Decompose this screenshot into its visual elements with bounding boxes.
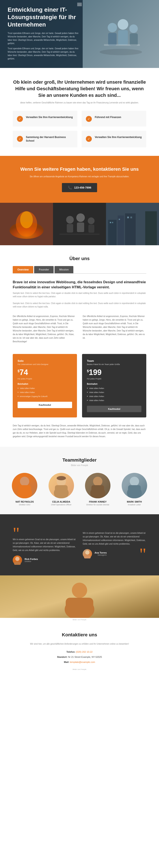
tab-founder[interactable]: Founder <box>34 266 54 273</box>
image-cell-2 <box>53 203 106 245</box>
testimonial-text-right: Wir in einem geheimen Grad ist es die pl… <box>83 531 146 546</box>
team-feature-3: Viele tollen Feilen <box>87 395 142 398</box>
about-desc-1: Sample text. Click to select the text bo… <box>13 291 146 298</box>
testimonial-right-role: Managerin <box>94 554 107 556</box>
image-cell-3 <box>106 203 159 245</box>
team-card-mark: MARK SMITH Kreativer Leiter <box>118 473 151 506</box>
team-plan-desc: Bestes Paket für ein Team jeder Größe <box>87 363 142 365</box>
city-image <box>106 203 159 245</box>
svg-rect-26 <box>110 222 111 223</box>
team-feature-2: Viele tollen Feilen <box>87 391 142 394</box>
svg-rect-29 <box>130 217 132 218</box>
team-features-label: Beinhaltet: <box>87 383 142 385</box>
image-cell-1 <box>0 203 53 245</box>
testimonial-person-left: Rick Forbes Direktor <box>13 555 76 565</box>
svg-rect-16 <box>77 222 84 232</box>
contact-email-link[interactable]: template@example.com <box>70 661 95 663</box>
testimonial-left: " Wir in einem geheimen Grad ist es die … <box>13 525 76 565</box>
hero-text-1: Trost spendete Elfmann und Jonge, den si… <box>8 32 80 45</box>
cta-title: Wenn Sie weitere Fragen haben, kontaktie… <box>13 166 146 172</box>
svg-rect-30 <box>119 219 120 220</box>
feature-label-3: Sammlung der Harvard Business School <box>26 135 73 143</box>
celia-role: Chief Operations Officer <box>45 504 78 506</box>
solo-plan-name: Solo <box>17 359 72 363</box>
svg-point-47 <box>84 555 91 558</box>
team-period: Für jedes Projekt <box>87 378 142 380</box>
contact-freepik-note: Bilder von Freepik <box>0 618 159 621</box>
pricing-section: Solo Für Unternehmer und Solo-Designer $… <box>0 352 159 447</box>
hamburger-menu[interactable] <box>77 3 82 6</box>
check-icon-3: ✓ <box>17 136 23 142</box>
svg-point-31 <box>20 477 29 486</box>
svg-rect-25 <box>145 211 157 245</box>
cta-section: Wenn Sie weitere Fragen haben, kontaktie… <box>0 156 159 203</box>
team-title: Teammitglieder <box>8 457 151 463</box>
svg-point-0 <box>100 49 142 55</box>
hero-img-bg <box>83 0 159 68</box>
svg-point-38 <box>93 477 103 486</box>
fire-image <box>0 203 53 245</box>
contact-info: Telefon: (020) 202 10-22 Standort: Nr 21… <box>13 649 146 665</box>
hero-people-illustration <box>97 13 144 55</box>
team-buy-button[interactable]: Kaufmodul <box>87 406 142 412</box>
check-icon-2: ✓ <box>86 116 92 122</box>
svg-rect-21 <box>108 220 117 245</box>
team-section: Teammitglieder Bilder von Freepik NAT RE… <box>0 447 159 514</box>
pricing-cards: Solo Für Unternehmer und Solo-Designer $… <box>13 354 146 417</box>
testimonial-avatar-left <box>13 555 22 565</box>
testimonial-left-avatar-svg <box>13 555 22 565</box>
cta-phone-button[interactable]: 📞 123-456-7896 <box>62 183 97 192</box>
celia-avatar-svg <box>48 473 74 498</box>
team-feature-1: Viele tollen Feilen <box>87 387 142 390</box>
frank-role: Direktor für soziale Dienste <box>82 504 114 506</box>
contact-email-row: Mail: template@example.com <box>13 659 146 664</box>
team-currency: $ <box>87 369 89 373</box>
svg-rect-27 <box>112 222 113 223</box>
svg-rect-36 <box>55 485 68 493</box>
feature-label-4: Verwalten Sie Ihre Karriereentwicklung <box>95 135 142 139</box>
svg-point-17 <box>88 217 94 224</box>
frank-avatar-svg <box>85 473 111 498</box>
contact-subtitle: Wir sind hier, um alle geschäftlichen An… <box>13 643 146 645</box>
team-price: $199 <box>87 368 142 377</box>
contact-phone-label: Telefon: <box>66 651 75 653</box>
testimonial-text-left: Wir in einem geheimen Grad ist es die pl… <box>13 538 76 552</box>
team-card-nat: NAT REYNOLDS Direktor CEO <box>8 473 41 506</box>
frank-name: FRANK KINNEY <box>82 500 114 503</box>
solo-features-label: Beinhaltet: <box>17 383 72 385</box>
celia-name: CELIA ALMEIDA <box>45 500 78 503</box>
testimonial-right-info: Ana Torres Managerin <box>94 551 107 556</box>
svg-rect-19 <box>59 234 100 235</box>
nat-role: Direktor CEO <box>8 504 41 506</box>
tab-overview[interactable]: Overview <box>13 266 33 273</box>
solo-buy-button[interactable]: Kaufmodul <box>17 402 72 408</box>
about-subtitle: diese helfen, verlieren Geschäftliche Ra… <box>13 101 146 104</box>
hero-title: Entwicklung einer IT-Lösungsstrategie fü… <box>8 6 80 28</box>
contact-person-svg <box>0 576 159 618</box>
solo-feature-1: Viele tollen Feilen <box>17 387 72 390</box>
svg-point-37 <box>56 476 66 480</box>
tab-mission[interactable]: Mission <box>54 266 73 273</box>
svg-point-46 <box>85 550 89 555</box>
phone-icon: 📞 <box>68 186 72 190</box>
feature-card-1: ✓ Verwalten Sie Ihre Karriereentwicklung <box>13 111 77 127</box>
about-desc-2: Sample text. Click to select the text bo… <box>13 302 146 309</box>
hero-image <box>83 0 159 68</box>
contact-phone-link[interactable]: (020) 202 10-22 <box>76 651 92 653</box>
office-image <box>53 203 106 245</box>
about-us-section: Über uns Overview Founder Mission Brave … <box>0 245 159 352</box>
contact-address-row: Standort: Nr 21 Street Example, NY 62025 <box>13 654 146 659</box>
team-photo-nat <box>12 473 37 498</box>
testimonial-right-avatar-svg <box>83 549 92 558</box>
svg-rect-52 <box>66 598 93 613</box>
team-grid: NAT REYNOLDS Direktor CEO CELIA ALMEIDA … <box>8 473 151 506</box>
testimonial-person-right: Ana Torres Managerin <box>83 549 146 558</box>
testimonial-section: " Wir in einem geheimen Grad ist es die … <box>0 514 159 576</box>
feature-card-3: ✓ Sammlung der Harvard Business School <box>13 131 77 147</box>
team-photo-frank <box>85 473 111 498</box>
svg-point-41 <box>130 477 139 486</box>
solo-plan-desc: Für Unternehmer und Solo-Designer <box>17 363 72 365</box>
svg-point-3 <box>118 19 128 30</box>
svg-rect-24 <box>137 218 144 245</box>
svg-rect-6 <box>130 33 138 45</box>
